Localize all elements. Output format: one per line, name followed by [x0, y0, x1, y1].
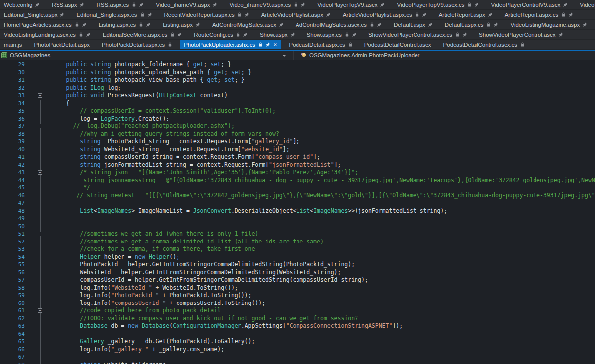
code-line: 61− //code copied here from photo pack d… — [0, 307, 595, 315]
editor-tab[interactable]: PodcastDetail.aspx.cs — [285, 40, 357, 49]
editor-tab[interactable]: main.js — [0, 40, 26, 49]
editor-tab[interactable]: AdControlMagSales.ascx.cs — [292, 20, 386, 29]
fold-margin — [36, 199, 46, 207]
pin-icon — [266, 42, 270, 47]
tab-label: Show.aspx — [260, 32, 288, 38]
pin-icon — [35, 2, 40, 7]
selection-margin — [25, 284, 36, 292]
editor-tab[interactable]: Web.config — [0, 0, 44, 9]
editor-tab[interactable]: PhotoPackDetail.aspx.cs — [98, 40, 176, 49]
selection-margin — [25, 215, 36, 223]
tab-label: PhotoPackDetail.aspx.cs — [102, 42, 165, 48]
editor-tab[interactable]: ArticleVideoPlaylist.aspx — [257, 10, 335, 19]
lock-icon — [561, 12, 566, 17]
pin-icon — [146, 22, 151, 27]
editor-tab[interactable]: PodcastDetailControl.ascx — [360, 40, 435, 49]
editor-tab[interactable]: Video_iframeV9.aspx.cs — [225, 0, 309, 9]
selection-margin — [25, 92, 36, 100]
code-text: log.Info("compassUserId " + compassUserI… — [46, 300, 595, 307]
line-number: 42 — [0, 161, 25, 169]
selection-margin — [25, 276, 36, 284]
pin-icon — [494, 22, 498, 27]
selection-margin — [25, 307, 36, 315]
line-number: 64 — [0, 330, 25, 338]
code-text — [46, 353, 595, 361]
line-number: 62 — [0, 315, 25, 323]
editor-tab[interactable]: ShowVideoPlayerControl.ascx.cs — [364, 30, 471, 39]
lock-icon — [238, 12, 242, 17]
editor-tab[interactable]: ShowVideoPlayerControl.ascx — [475, 30, 567, 39]
tab-label: VideoPlayerControlV9.ascx — [491, 2, 560, 8]
editor-tab[interactable]: VideoPlayerTopV9.ascx — [313, 0, 389, 9]
lock-icon — [139, 22, 143, 27]
editor-tab[interactable]: PodcastDetailControl.ascx.cs — [439, 40, 529, 49]
editor-tab[interactable]: PhotoPackDetail.aspx — [30, 40, 94, 49]
close-icon[interactable]: ✕ — [273, 42, 277, 47]
lock-icon — [294, 2, 298, 7]
code-line: 39 string PhotoPackId_string = context.R… — [0, 138, 595, 146]
fold-margin — [36, 100, 46, 108]
fold-margin — [36, 338, 46, 346]
code-editor[interactable]: 29 public string photopack_foldername { … — [0, 60, 595, 364]
code-line: 49 — [0, 215, 595, 223]
tab-label: VideoPlayerTopV9.ascx — [317, 2, 377, 8]
selection-margin — [25, 69, 36, 77]
selection-margin — [25, 353, 36, 361]
code-line: 58 log.Info("WebsiteId " + WebsiteId.ToS… — [0, 284, 595, 292]
editor-tab[interactable]: Editorial_Single.aspx — [0, 10, 68, 19]
editor-tab[interactable]: VideoListingMagazine.aspx — [506, 20, 591, 29]
fold-margin — [36, 292, 46, 300]
editor-tab[interactable]: Show.aspx.cs — [303, 30, 360, 39]
editor-tab[interactable]: ArticleReport.aspx.cs — [501, 10, 578, 19]
editor-tab[interactable]: AdControlMagSales.ascx — [208, 20, 288, 29]
editor-tab[interactable]: Video_iframeV9.aspx — [152, 0, 221, 9]
code-line: 35 // compassUserId = context.Session["v… — [0, 107, 595, 115]
fold-collapse-toggle[interactable]: − — [38, 170, 42, 175]
editor-tab[interactable]: RouteConfig.cs — [190, 30, 252, 39]
tab-row: Editorial_Single.aspxEditorial_Single.as… — [0, 10, 595, 20]
fold-collapse-toggle[interactable]: − — [38, 232, 42, 236]
fold-margin — [36, 84, 46, 92]
editor-tab[interactable]: Listing.aspx — [159, 20, 204, 29]
editor-tab[interactable]: EditorialSeeMore.aspx.cs — [99, 30, 186, 39]
editor-tab[interactable]: Editorial_Single.aspx.cs — [72, 10, 156, 19]
code-text: // log.Debug("reached photpackuploader.a… — [46, 122, 595, 130]
fold-margin — [36, 146, 46, 154]
editor-tab[interactable]: ArticleVideoPlaylist.aspx.cs — [339, 10, 431, 19]
editor-tab[interactable]: VideoPlayerControlV9.ascx.cs — [576, 0, 595, 9]
line-number: 44 — [0, 177, 25, 184]
fold-margin — [36, 223, 46, 231]
editor-tab[interactable]: Default.aspx.cs — [441, 20, 503, 29]
fold-margin — [36, 184, 46, 192]
fold-margin — [36, 245, 46, 253]
fold-collapse-toggle[interactable]: − — [38, 93, 42, 98]
project-dropdown[interactable]: OSGMagazines — [0, 51, 294, 60]
fold-collapse-toggle[interactable]: − — [38, 124, 42, 128]
selection-margin — [25, 169, 36, 177]
pin-icon — [488, 12, 493, 17]
type-dropdown[interactable]: OSGMagazines.Admin.PhotoPackUploader — [294, 51, 419, 60]
pin-icon — [326, 12, 331, 17]
editor-tab[interactable]: Listing.aspx.cs — [95, 20, 155, 29]
line-number: 40 — [0, 146, 25, 154]
editor-tab[interactable]: RSS.aspx.cs — [92, 0, 148, 9]
pin-icon — [139, 2, 144, 7]
editor-tab[interactable]: Default.aspx — [390, 20, 437, 29]
fold-collapse-toggle[interactable]: − — [38, 308, 42, 313]
editor-tab[interactable]: VideoListingLanding.ascx.cs — [0, 30, 95, 39]
code-line: 44 string jsonnamesstrng = @"[{OldName:'… — [0, 177, 595, 184]
editor-tab[interactable]: HomePageArticles.ascx.cs — [0, 20, 91, 29]
line-number: 60 — [0, 300, 25, 307]
editor-tab[interactable]: ArticleReport.aspx — [435, 10, 497, 19]
editor-tab[interactable]: VideoPlayerTopV9.ascx.cs — [393, 0, 483, 9]
selection-margin — [25, 238, 36, 246]
editor-tab[interactable]: RecentVideoReport.aspx.cs — [160, 10, 253, 19]
line-number: 34 — [0, 100, 25, 108]
fold-margin — [36, 261, 46, 269]
editor-tab[interactable]: Show.aspx — [256, 30, 299, 39]
editor-tab[interactable]: VideoPlayerControlV9.ascx — [487, 0, 572, 9]
editor-tab[interactable]: RSS.aspx — [48, 0, 88, 9]
editor-tab[interactable]: PhotoPackUploader.ashx.cs✕ — [180, 40, 281, 49]
fold-margin — [36, 61, 46, 69]
tab-label: Web.config — [4, 2, 32, 8]
